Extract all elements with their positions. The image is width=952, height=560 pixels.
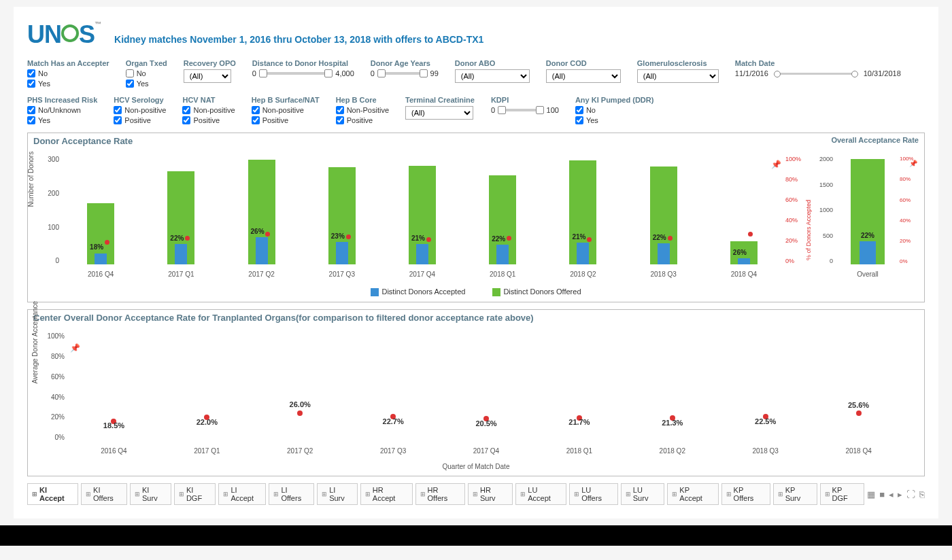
chk-match-no[interactable]: No	[27, 69, 109, 77]
chk-pump-no[interactable]: No	[575, 106, 654, 114]
filter-term-creat: Terminal Creatinine (All)	[405, 96, 475, 124]
filter-recovery-opo: Recovery OPO (All)	[184, 59, 236, 88]
filter-hcv-ser: HCV Serology Non-positive Positive	[114, 96, 166, 124]
filter-row-1: Match Has an Accepter No Yes Organ Txed …	[27, 59, 925, 88]
chk-hcvser-np[interactable]: Non-positive	[114, 106, 166, 114]
letterbox-bottom	[0, 525, 952, 546]
y-axis-overall: 2000150010005000	[810, 156, 833, 264]
chart-quarterly-acceptance[interactable]: Number of Donors % of Donors Accepted 30…	[33, 149, 804, 285]
x-axis-scatter: 2016 Q42017 Q12017 Q22017 Q32017 Q42018 …	[67, 447, 905, 455]
chk-hbs-np[interactable]: Non-positive	[252, 106, 320, 114]
chk-hbc-p[interactable]: Positive	[336, 116, 389, 124]
tab-kp-offers[interactable]: ⊞KP Offers	[721, 483, 770, 505]
panel-center-rate: Center Overall Donor Acceptance Rate for…	[27, 309, 925, 476]
tab-lu-offers[interactable]: ⊞LU Offers	[569, 483, 618, 505]
filter-hepb-core: Hep B Core Non-Positive Positive	[336, 96, 389, 124]
select-donor-abo[interactable]: (All)	[455, 69, 530, 83]
filter-glomer: Glomerulosclerosis (All)	[637, 59, 719, 88]
tab-lu-accept[interactable]: ⊞LU Accept	[515, 483, 566, 505]
tab-grid-icon: ⊞	[520, 491, 526, 497]
tab-grid-icon: ⊞	[672, 491, 677, 497]
select-recovery-opo[interactable]: (All)	[184, 69, 231, 83]
filter-row-2: PHS Increased Risk No/Unknown Yes HCV Se…	[27, 96, 925, 124]
panel2-title: Center Overall Donor Acceptance Rate for…	[33, 313, 919, 323]
tab-grid-icon: ⊞	[179, 491, 184, 497]
chk-hcvser-p[interactable]: Positive	[114, 116, 166, 124]
select-donor-cod[interactable]: (All)	[546, 69, 621, 83]
tab-hr-accept[interactable]: ⊞HR Accept	[360, 483, 413, 505]
chk-txed-no[interactable]: No	[126, 69, 167, 77]
panel1-title: Donor Acceptance Rate	[33, 136, 133, 146]
nav-grid-icon[interactable]: ▦	[867, 489, 875, 500]
chk-hcvnat-np[interactable]: Non-positive	[182, 106, 235, 114]
chk-phs-no[interactable]: No/Unknown	[27, 106, 97, 114]
tab-grid-icon: ⊞	[574, 491, 579, 497]
tab-grid-icon: ⊞	[626, 491, 631, 497]
chart-center-rate[interactable]: Average Donor Acceptance 100%80%60%40%20…	[33, 326, 919, 461]
tab-hr-offers[interactable]: ⊞HR Offers	[415, 483, 465, 505]
tab-kp-accept[interactable]: ⊞KP Accept	[667, 483, 718, 505]
filter-hcv-nat: HCV NAT Non-positive Positive	[182, 96, 235, 124]
sheet-tabs: ⊞KI Accept⊞KI Offers⊞KI Surv⊞KI DGF⊞LI A…	[27, 483, 925, 505]
filter-pumped: Any KI Pumped (DDR) No Yes	[575, 96, 654, 124]
chk-match-yes[interactable]: Yes	[27, 80, 109, 88]
filter-kdpi: KDPI 0100	[491, 96, 559, 124]
chart-legend: Distinct Donors Accepted Distinct Donors…	[33, 287, 919, 296]
tab-kp-surv[interactable]: ⊞KP Surv	[773, 483, 817, 505]
tab-grid-icon: ⊞	[273, 491, 279, 497]
y-axis-scatter: 100%80%60%40%20%0%	[43, 332, 65, 441]
filter-donor-abo: Donor ABO (All)	[455, 59, 530, 88]
filter-hepb-surf: Hep B Surface/NAT Non-positive Positive	[252, 96, 320, 124]
page-subtitle: Kidney matches November 1, 2016 thru Oct…	[114, 34, 483, 45]
chk-hbc-np[interactable]: Non-Positive	[336, 106, 389, 114]
tab-grid-icon: ⊞	[420, 491, 426, 497]
nav-stop-icon[interactable]: ■	[879, 489, 885, 500]
tab-grid-icon: ⊞	[223, 491, 228, 497]
x-axis: 2016 Q42017 Q12017 Q22017 Q32017 Q42018 …	[61, 270, 784, 278]
nav-prev-icon[interactable]: ◂	[889, 489, 894, 500]
chk-hbs-p[interactable]: Positive	[252, 116, 320, 124]
tab-grid-icon: ⊞	[135, 491, 140, 497]
slider-distance[interactable]: 04,000	[252, 69, 354, 77]
tab-grid-icon: ⊞	[726, 491, 732, 497]
tab-li-accept[interactable]: ⊞LI Accept	[218, 483, 266, 505]
tab-grid-icon: ⊞	[473, 491, 478, 497]
pin-icon[interactable]: 📌	[909, 160, 917, 167]
select-glomer[interactable]: (All)	[637, 69, 719, 83]
panel-donor-acceptance: Donor Acceptance Rate Overall Acceptance…	[27, 133, 925, 302]
tab-nav: ▦ ■ ◂ ▸ ⛶ ⎘	[867, 489, 925, 500]
tab-grid-icon: ⊞	[778, 491, 783, 497]
tab-grid-icon: ⊞	[32, 491, 37, 497]
tab-ki-dgf[interactable]: ⊞KI DGF	[174, 483, 216, 505]
filter-match-date: Match Date 11/1/201610/31/2018	[735, 59, 901, 88]
tab-ki-offers[interactable]: ⊞KI Offers	[81, 483, 127, 505]
slider-kdpi[interactable]: 0100	[491, 106, 559, 114]
tab-ki-surv[interactable]: ⊞KI Surv	[130, 483, 171, 505]
select-term-creat[interactable]: (All)	[405, 106, 473, 120]
filter-distance: Distance to Donor Hospital 04,000	[252, 59, 354, 88]
chk-hcvnat-p[interactable]: Positive	[182, 116, 235, 124]
tab-li-surv[interactable]: ⊞LI Surv	[317, 483, 358, 505]
filter-donor-age: Donor Age Years 099	[371, 59, 439, 88]
tab-hr-surv[interactable]: ⊞HR Surv	[468, 483, 513, 505]
tab-ki-accept[interactable]: ⊞KI Accept	[27, 483, 78, 505]
nav-fullscreen-icon[interactable]: ⛶	[906, 489, 915, 500]
header: UNS™ Kidney matches November 1, 2016 thr…	[27, 20, 925, 49]
tab-li-offers[interactable]: ⊞LI Offers	[269, 483, 314, 505]
filter-match-accepter: Match Has an Accepter No Yes	[27, 59, 109, 88]
panel1-overall-title: Overall Acceptance Rate	[831, 136, 919, 146]
slider-donor-age[interactable]: 099	[371, 69, 439, 77]
slider-match-date[interactable]: 11/1/201610/31/2018	[735, 69, 901, 77]
dashboard-page: UNS™ Kidney matches November 1, 2016 thr…	[14, 7, 938, 519]
nav-presentation-icon[interactable]: ⎘	[919, 489, 925, 500]
chk-pump-yes[interactable]: Yes	[575, 116, 654, 124]
chk-txed-yes[interactable]: Yes	[126, 80, 167, 88]
tab-kp-dgf[interactable]: ⊞KP DGF	[820, 483, 865, 505]
tab-lu-surv[interactable]: ⊞LU Surv	[621, 483, 665, 505]
chk-phs-yes[interactable]: Yes	[27, 116, 97, 124]
tab-grid-icon: ⊞	[86, 491, 91, 497]
nav-next-icon[interactable]: ▸	[898, 489, 902, 500]
filter-organ-txed: Organ Txed No Yes	[126, 59, 167, 88]
chart-overall-acceptance[interactable]: 2000150010005000 100%80%60%40%20%0% 📌 22…	[810, 149, 919, 285]
filter-phs: PHS Increased Risk No/Unknown Yes	[27, 96, 97, 124]
